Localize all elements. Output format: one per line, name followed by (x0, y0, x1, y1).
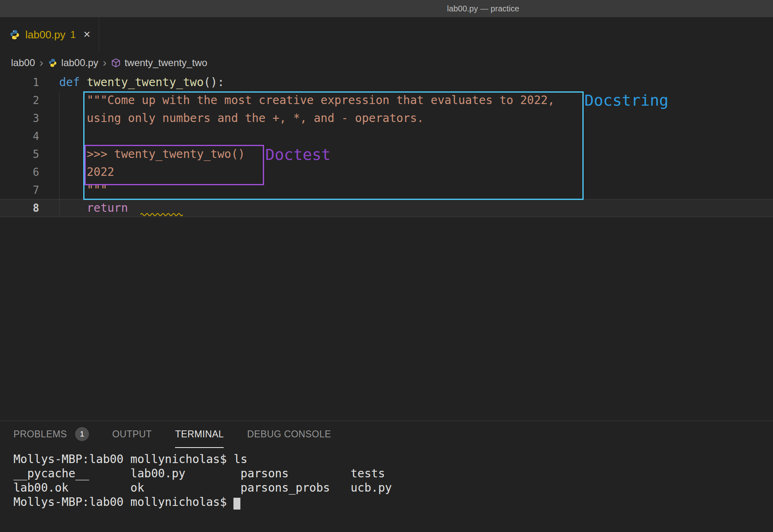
terminal-line: Mollys-MBP:lab00 mollynicholas$ (13, 495, 773, 509)
tab-label: lab00.py (25, 29, 65, 41)
chevron-right-icon: › (39, 57, 44, 69)
doctest-annotation-label: Doctest (265, 146, 331, 164)
line-number: 5 (0, 145, 39, 163)
editor-line[interactable]: 6 2022 (0, 163, 773, 181)
close-icon[interactable]: ✕ (83, 29, 91, 40)
code-token: return (87, 201, 128, 215)
tab-lab00py[interactable]: lab00.py 1 ✕ (0, 17, 99, 52)
terminal-line: Mollys-MBP:lab00 mollynicholas$ ls (13, 452, 773, 466)
code-text[interactable]: """Come up with the most creative expres… (39, 91, 555, 109)
editor-line[interactable]: 1def twenty_twenty_two(): (0, 73, 773, 91)
line-number: 6 (0, 163, 39, 181)
window-title: lab00.py — practice (447, 0, 519, 17)
tab-bar: lab00.py 1 ✕ (0, 17, 773, 52)
symbol-cube-icon (111, 58, 121, 68)
line-number: 4 (0, 127, 39, 145)
code-text[interactable]: """ (39, 181, 107, 199)
vscode-window: lab00.py — practice lab00.py 1 ✕ lab00 › (0, 0, 773, 532)
line-number: 7 (0, 181, 39, 199)
python-icon (9, 29, 20, 40)
code-text[interactable]: >>> twenty_twenty_two() (39, 145, 245, 163)
code-token: using only numbers and the +, *, and - o… (59, 111, 424, 125)
editor-line[interactable]: 5 >>> twenty_twenty_two() (0, 145, 773, 163)
terminal-cursor (233, 498, 240, 510)
terminal-line: __pycache__ lab00.py parsons tests (13, 466, 773, 481)
editor-line[interactable]: 8 return (0, 199, 773, 217)
code-text[interactable]: 2022 (39, 163, 114, 181)
bottom-panel: PROBLEMS1OUTPUTTERMINALDEBUG CONSOLE Mol… (0, 421, 773, 532)
chevron-right-icon: › (102, 57, 107, 69)
warning-squiggle (140, 212, 183, 216)
line-number: 3 (0, 109, 39, 127)
docstring-annotation-label: Docstring (584, 91, 669, 109)
window-title-bar[interactable]: lab00.py — practice (0, 0, 773, 17)
panel-tab-terminal[interactable]: TERMINAL (175, 421, 224, 448)
code-token (128, 201, 135, 215)
code-token: """Come up with the most creative expres… (59, 93, 555, 107)
code-token: >>> twenty_twenty_two() (59, 147, 245, 161)
panel-tab-bar: PROBLEMS1OUTPUTTERMINALDEBUG CONSOLE (0, 421, 773, 448)
code-editor[interactable]: 1def twenty_twenty_two():2 """Come up wi… (0, 73, 773, 421)
code-token (59, 201, 87, 215)
line-number: 2 (0, 91, 39, 109)
breadcrumb-item-folder[interactable]: lab00 (11, 57, 35, 69)
panel-tab-label: TERMINAL (175, 429, 224, 440)
code-token: """ (59, 183, 107, 197)
tab-problem-count: 1 (70, 29, 76, 40)
code-token: (): (204, 75, 224, 89)
panel-tab-problems[interactable]: PROBLEMS1 (13, 421, 89, 448)
code-text[interactable] (39, 127, 59, 145)
panel-tab-label: PROBLEMS (13, 429, 67, 440)
line-number: 8 (0, 199, 39, 217)
terminal-output[interactable]: Mollys-MBP:lab00 mollynicholas$ ls__pyca… (13, 452, 773, 509)
code-token: twenty_twenty_two (87, 75, 204, 89)
editor-line[interactable]: 4 (0, 127, 773, 145)
code-text[interactable]: return (39, 199, 135, 217)
code-token (80, 75, 87, 89)
breadcrumb: lab00 › lab00.py › twenty_twenty_two (0, 52, 207, 73)
panel-tab-label: DEBUG CONSOLE (247, 429, 331, 440)
editor-line[interactable]: 3 using only numbers and the +, *, and -… (0, 109, 773, 127)
code-text[interactable]: def twenty_twenty_two(): (39, 73, 224, 91)
line-number: 1 (0, 73, 39, 91)
panel-tab-output[interactable]: OUTPUT (112, 421, 152, 448)
panel-tab-label: OUTPUT (112, 429, 152, 440)
problems-count-badge: 1 (75, 427, 89, 441)
breadcrumb-item-file[interactable]: lab00.py (61, 57, 98, 69)
terminal-line: lab00.ok ok parsons_probs ucb.py (13, 481, 773, 495)
code-text[interactable]: using only numbers and the +, *, and - o… (39, 109, 424, 127)
code-token: def (59, 75, 80, 89)
breadcrumb-item-symbol[interactable]: twenty_twenty_two (124, 57, 207, 69)
editor-line[interactable]: 7 """ (0, 181, 773, 199)
code-token: 2022 (59, 165, 114, 179)
python-icon (48, 58, 58, 68)
panel-tab-debug-console[interactable]: DEBUG CONSOLE (247, 421, 331, 448)
